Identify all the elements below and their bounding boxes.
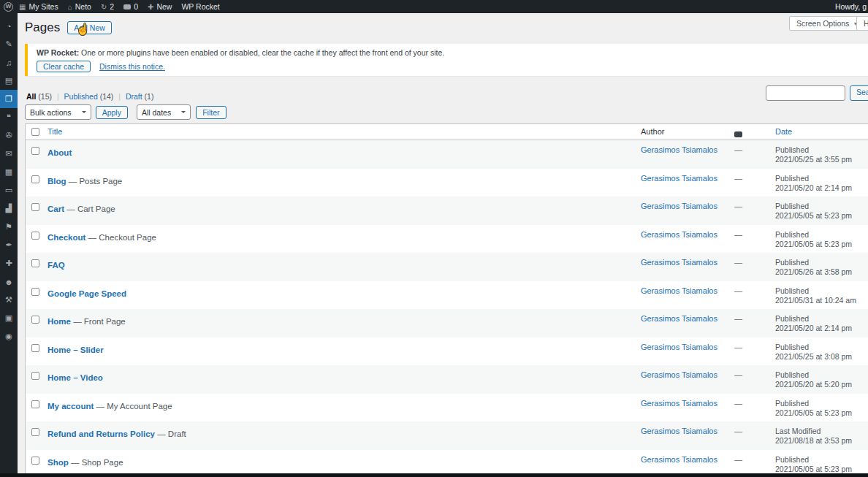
admin-bar-item-wp-rocket[interactable]: WP Rocket xyxy=(181,2,219,11)
author-link[interactable]: Gerasimos Tsiamalos xyxy=(641,370,734,379)
table-row: My account — My Account Page Gerasimos T… xyxy=(26,394,868,422)
row-checkbox[interactable] xyxy=(31,428,39,436)
sidebar-item-archive[interactable]: ▭ xyxy=(0,181,18,199)
sidebar-item-analytics[interactable]: ▟ xyxy=(0,199,18,218)
howdy-greeting[interactable]: Howdy, g xyxy=(835,2,868,11)
row-checkbox[interactable] xyxy=(31,175,39,183)
row-checkbox[interactable] xyxy=(31,259,39,267)
screen-options-button[interactable]: Screen Options ▼ xyxy=(789,16,865,31)
row-checkbox[interactable] xyxy=(31,457,39,465)
pages-table: Title Author Date About Gerasimos Tsiama… xyxy=(25,123,868,477)
sidebar-item-comments[interactable]: ❝ xyxy=(0,108,18,126)
admin-bar-item-comments[interactable]: 0 xyxy=(123,2,138,11)
filter-all[interactable]: All xyxy=(26,92,36,101)
sidebar-item-media[interactable]: ♫ xyxy=(0,53,18,72)
filter-draft[interactable]: Draft xyxy=(126,92,142,101)
row-checkbox[interactable] xyxy=(31,203,39,211)
sidebar-item-settings[interactable]: ▣ xyxy=(0,309,18,327)
admin-bar-item-my-sites[interactable]: ▦My Sites xyxy=(19,2,58,11)
page-date: 2021/05/26 at 3:58 pm xyxy=(775,267,852,276)
add-new-button[interactable]: Add New xyxy=(67,21,112,34)
new-content-icon: ✚ xyxy=(148,3,153,11)
date-cell: Published2021/05/26 at 3:58 pm xyxy=(775,258,868,277)
sidebar-item-mail[interactable]: ✉ xyxy=(0,145,18,163)
row-checkbox[interactable] xyxy=(31,372,39,380)
dismiss-notice-link[interactable]: Dismiss this notice. xyxy=(99,62,165,71)
filter-published[interactable]: Published xyxy=(64,92,98,101)
page-title-link[interactable]: Cart xyxy=(47,205,64,213)
sidebar-item-wp-rocket[interactable]: ◉ xyxy=(0,327,18,346)
sidebar-item-video[interactable]: ▦ xyxy=(0,163,18,181)
page-status: Published xyxy=(775,314,809,323)
page-title-link[interactable]: Home xyxy=(47,317,71,326)
page-title-link[interactable]: Home – Slider xyxy=(47,346,104,354)
table-row: Cart — Cart Page Gerasimos Tsiamalos — P… xyxy=(26,196,868,225)
help-button[interactable]: Help xyxy=(856,16,868,31)
row-checkbox[interactable] xyxy=(31,288,39,296)
page-title-cell: Checkout — Checkout Page xyxy=(47,230,641,243)
all-dates-select[interactable]: All dates xyxy=(137,104,191,120)
search-input[interactable] xyxy=(766,85,845,101)
comments-count: — xyxy=(734,174,775,183)
author-link[interactable]: Gerasimos Tsiamalos xyxy=(641,427,734,435)
row-checkbox[interactable] xyxy=(31,232,39,240)
page-title-link[interactable]: Home – Video xyxy=(47,373,103,382)
sidebar-item-appearance[interactable]: ✒ xyxy=(0,236,18,254)
page-title-link[interactable]: About xyxy=(47,148,72,157)
comments-count: — xyxy=(734,286,775,295)
row-checkbox[interactable] xyxy=(31,344,39,352)
author-link[interactable]: Gerasimos Tsiamalos xyxy=(641,314,734,323)
page-title-link[interactable]: Refund and Returns Policy xyxy=(47,430,155,438)
date-cell: Published2021/05/20 at 2:14 pm xyxy=(775,174,868,193)
site-home-icon: ⌂ xyxy=(68,3,72,11)
author-link[interactable]: Gerasimos Tsiamalos xyxy=(641,455,734,464)
page-title-cell: FAQ xyxy=(47,258,641,271)
admin-bar-item-new-content[interactable]: ✚New xyxy=(148,2,172,11)
sidebar-item-forms[interactable]: ▤ xyxy=(0,72,18,90)
page-title-link[interactable]: Checkout xyxy=(47,233,85,242)
admin-bar-item-site-home[interactable]: ⌂Neto xyxy=(68,2,91,11)
sidebar-item-posts[interactable]: ✎ xyxy=(0,35,18,53)
column-header-title[interactable]: Title xyxy=(47,127,641,136)
author-link[interactable]: Gerasimos Tsiamalos xyxy=(641,258,734,267)
page-title-cell: About xyxy=(47,145,641,159)
select-all-checkbox[interactable] xyxy=(31,128,39,136)
appearance-icon: ✒ xyxy=(5,240,12,250)
column-header-date[interactable]: Date xyxy=(775,127,868,136)
sidebar-item-users[interactable]: ☻ xyxy=(0,272,18,291)
author-link[interactable]: Gerasimos Tsiamalos xyxy=(641,145,734,154)
date-cell: Published2021/05/05 at 5:23 pm xyxy=(775,455,868,474)
search-pages-button[interactable]: Search Pages xyxy=(850,85,868,101)
table-row: Checkout — Checkout Page Gerasimos Tsiam… xyxy=(26,225,868,253)
author-link[interactable]: Gerasimos Tsiamalos xyxy=(641,174,734,183)
author-link[interactable]: Gerasimos Tsiamalos xyxy=(641,230,734,239)
page-title-link[interactable]: Shop xyxy=(47,458,69,467)
sidebar-item-tools[interactable]: ⚒ xyxy=(0,291,18,309)
table-row: Home — Front Page Gerasimos Tsiamalos — … xyxy=(26,309,868,337)
author-link[interactable]: Gerasimos Tsiamalos xyxy=(641,343,734,351)
page-title-link[interactable]: My account xyxy=(47,402,94,411)
page-title-suffix: — Shop Page xyxy=(69,458,123,467)
filter-button[interactable]: Filter xyxy=(196,106,226,119)
sidebar-item-sales[interactable]: ✇ xyxy=(0,126,18,145)
sidebar-item-pages[interactable]: ❐ xyxy=(0,90,18,108)
row-checkbox[interactable] xyxy=(31,316,39,324)
apply-button[interactable]: Apply xyxy=(96,106,128,119)
sidebar-item-plugins[interactable]: ✚ xyxy=(0,254,18,272)
wordpress-logo-icon[interactable]: W xyxy=(4,2,13,12)
page-title-suffix: — Checkout Page xyxy=(85,233,156,242)
admin-bar-item-updates[interactable]: ↻2 xyxy=(101,2,114,11)
clear-cache-button[interactable]: Clear cache xyxy=(37,61,91,72)
page-title-link[interactable]: FAQ xyxy=(47,261,65,270)
notice-message: One or more plugins have been enabled or… xyxy=(79,48,444,57)
row-checkbox[interactable] xyxy=(31,400,39,408)
page-title-link[interactable]: Google Page Speed xyxy=(47,289,126,298)
page-title-link[interactable]: Blog xyxy=(47,177,66,186)
author-link[interactable]: Gerasimos Tsiamalos xyxy=(641,286,734,295)
author-link[interactable]: Gerasimos Tsiamalos xyxy=(641,399,734,408)
author-link[interactable]: Gerasimos Tsiamalos xyxy=(641,202,734,210)
sidebar-item-marketing[interactable]: ⚑ xyxy=(0,218,18,236)
sidebar-item-dashboard[interactable]: ◔ xyxy=(0,17,18,35)
bulk-actions-select[interactable]: Bulk actions xyxy=(25,104,91,120)
row-checkbox[interactable] xyxy=(31,147,39,155)
